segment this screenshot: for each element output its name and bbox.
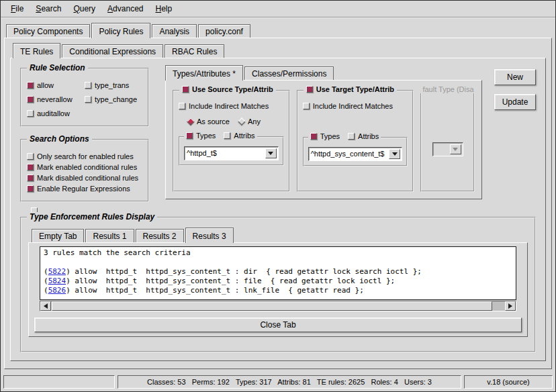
default-type-group: fault Type (Disa — [420, 90, 475, 192]
menu-help[interactable]: Help — [149, 2, 178, 15]
source-types-indicator[interactable] — [186, 132, 193, 139]
target-attribs-label: Attribs — [358, 132, 379, 140]
checkbox-enable-regex-label: Enable Regular Expressions — [37, 185, 130, 193]
menu-advanced[interactable]: Advanced — [101, 2, 149, 15]
update-button[interactable]: Update — [494, 94, 536, 110]
target-attribs-indicator[interactable] — [348, 133, 355, 140]
source-group-legend: Use Source Type/Attrib — [179, 85, 276, 93]
source-enable-checkbox[interactable] — [182, 86, 189, 93]
scrollbar-track[interactable] — [51, 301, 505, 311]
rule-link-5824[interactable]: 5824 — [48, 277, 66, 285]
target-indirect-checkbox-row[interactable]: Include Indirect Matches — [303, 102, 408, 110]
checkbox-only-enabled-indicator[interactable] — [27, 153, 34, 160]
radio-any[interactable]: Any — [239, 117, 261, 126]
target-type-value[interactable]: ^httpd_sys_content_t$ — [309, 148, 388, 160]
source-attribs-checkbox[interactable]: Attribs — [224, 132, 254, 140]
rule-selection-title: Rule Selection — [27, 63, 88, 72]
target-type-combobox[interactable]: ^httpd_sys_content_t$ — [308, 147, 403, 161]
checkbox-neverallow-indicator[interactable] — [27, 96, 34, 103]
checkbox-mark-disabled-indicator[interactable] — [27, 175, 34, 181]
tab-policy-conf[interactable]: policy.conf — [198, 24, 250, 38]
tab-policy-rules[interactable]: Policy Rules — [91, 23, 150, 38]
close-tab-button[interactable]: Close Tab — [34, 317, 522, 332]
radio-as-source-indicator[interactable] — [187, 117, 194, 125]
main-tab-bar: Policy Components Policy Rules Analysis … — [1, 23, 555, 38]
source-types-checkbox[interactable]: Types — [186, 132, 216, 140]
tab-empty[interactable]: Empty Tab — [32, 229, 84, 242]
checkbox-mark-enabled-label: Mark enabled conditional rules — [37, 163, 137, 171]
source-combo-dropdown-button[interactable] — [265, 148, 277, 158]
search-options-group: Search Options Only search for enabled r… — [20, 139, 149, 202]
checkbox-type-trans-indicator[interactable] — [85, 82, 91, 89]
rule-link-5826[interactable]: 5826 — [48, 286, 66, 295]
source-indirect-checkbox-row[interactable]: Include Indirect Matches — [179, 102, 284, 110]
target-indirect-indicator[interactable] — [303, 103, 310, 109]
chevron-down-icon — [453, 148, 458, 151]
checkbox-neverallow[interactable]: neverallow — [27, 95, 85, 103]
rule-link-5822[interactable]: 5822 — [48, 267, 66, 276]
checkbox-auditallow[interactable]: auditallow — [27, 109, 85, 117]
tab-results-3[interactable]: Results 3 — [185, 228, 234, 243]
checkbox-type-change-indicator[interactable] — [85, 96, 91, 103]
checkbox-mark-disabled-conditional[interactable]: Mark disabled conditional rules — [27, 174, 142, 182]
checkbox-auditallow-indicator[interactable] — [27, 110, 34, 117]
results-tab-bar: Empty Tab Results 1 Results 2 Results 3 — [28, 228, 528, 242]
scrollbar-thumb[interactable] — [52, 301, 492, 311]
tab-analysis[interactable]: Analysis — [152, 24, 197, 38]
scroll-right-button[interactable] — [505, 301, 516, 311]
target-types-indicator[interactable] — [310, 133, 317, 140]
default-type-group-title: fault Type (Disa — [420, 85, 476, 93]
left-options-column: Rule Selection allow type_trans — [20, 65, 149, 202]
arrow-left-icon — [44, 303, 48, 309]
tab-types-attributes[interactable]: Types/Attributes * — [165, 65, 243, 81]
rule-line-1: (5822) allow httpd_t httpd_sys_content_t… — [44, 267, 512, 277]
menu-query[interactable]: Query — [67, 2, 101, 15]
results-summary: 3 rules match the search criteria — [44, 248, 512, 258]
tab-policy-components[interactable]: Policy Components — [6, 24, 90, 38]
scroll-left-button[interactable] — [40, 301, 51, 311]
types-attributes-panel: Use Source Type/Attrib Include Indirect … — [165, 80, 482, 199]
menu-search[interactable]: Search — [30, 2, 67, 15]
tab-rbac-rules[interactable]: RBAC Rules — [165, 44, 224, 58]
target-indirect-label: Include Indirect Matches — [313, 102, 393, 110]
horizontal-scrollbar[interactable] — [40, 301, 516, 311]
radio-as-source[interactable]: As source — [188, 117, 230, 126]
checkbox-allow-indicator[interactable] — [27, 82, 34, 89]
target-attribs-checkbox[interactable]: Attribs — [348, 132, 379, 140]
checkbox-mark-enabled-indicator[interactable] — [27, 164, 34, 170]
default-combo-dropdown-button — [450, 144, 461, 154]
arrow-right-icon — [508, 303, 512, 309]
source-type-combobox[interactable]: ^httpd_t$ — [184, 146, 279, 160]
source-types-label: Types — [196, 132, 216, 140]
te-rules-display-title: Type Enforcement Rules Display — [27, 212, 157, 222]
menu-file[interactable]: File — [5, 2, 30, 15]
query-actions: New Update — [494, 65, 536, 202]
source-type-group: Use Source Type/Attrib Include Indirect … — [173, 90, 290, 192]
types-attributes-tab-bar: Types/Attributes * Classes/Permissions — [165, 65, 482, 80]
checkbox-enable-regex-indicator[interactable] — [27, 185, 34, 192]
target-combo-dropdown-button[interactable] — [389, 149, 400, 159]
source-indirect-indicator[interactable] — [179, 103, 185, 109]
checkbox-type-change[interactable]: type_change — [85, 95, 142, 103]
results-text-area[interactable]: 3 rules match the search criteria (5822)… — [40, 246, 516, 300]
rule-selection-group: Rule Selection allow type_trans — [20, 68, 149, 127]
tab-classes-permissions[interactable]: Classes/Permissions — [244, 66, 334, 80]
rule-text-2: allow httpd_t httpd_sys_content_t : file… — [71, 277, 395, 285]
tab-results-1[interactable]: Results 1 — [85, 229, 134, 242]
radio-any-indicator[interactable] — [238, 117, 245, 125]
status-version: v.18 (source) — [464, 375, 553, 389]
tab-results-2[interactable]: Results 2 — [136, 229, 184, 242]
checkbox-type-trans[interactable]: type_trans — [85, 81, 142, 89]
target-types-attribs-legend: Types Attribs — [308, 132, 381, 140]
checkbox-enable-regex[interactable]: Enable Regular Expressions — [27, 185, 142, 193]
checkbox-allow[interactable]: allow — [27, 81, 85, 89]
tab-conditional-expressions[interactable]: Conditional Expressions — [62, 44, 163, 58]
source-type-value[interactable]: ^httpd_t$ — [185, 147, 264, 160]
new-button[interactable]: New — [494, 69, 536, 85]
checkbox-only-enabled-rules[interactable]: Only search for enabled rules — [27, 152, 142, 160]
target-enable-checkbox[interactable] — [306, 86, 313, 93]
source-attribs-indicator[interactable] — [224, 132, 230, 139]
target-types-checkbox[interactable]: Types — [310, 132, 340, 140]
tab-te-rules[interactable]: TE Rules — [13, 43, 60, 58]
checkbox-mark-enabled-conditional[interactable]: Mark enabled conditional rules — [27, 163, 142, 171]
